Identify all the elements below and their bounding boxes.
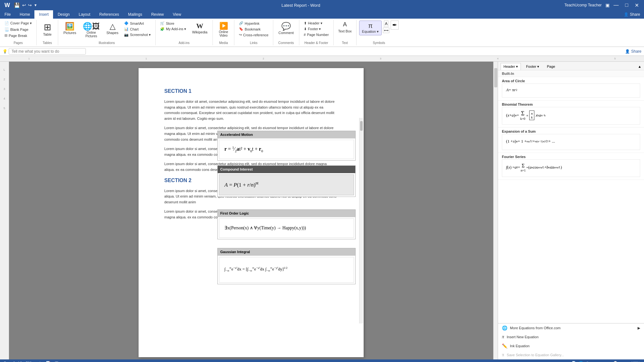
bookmark-icon: 🔖 xyxy=(239,27,243,31)
table-icon: ⊞ xyxy=(44,22,51,32)
page-break-icon: ⊟ xyxy=(5,33,7,38)
tab-layout[interactable]: Layout xyxy=(74,10,95,19)
tab-design[interactable]: Design xyxy=(53,10,74,19)
eq-fourier-series[interactable]: Fourier Series f(x) = a0 + Σ n=1 ∞ (anco… xyxy=(498,153,644,180)
accel-motion-title: Accelerated Motion xyxy=(220,132,253,137)
insert-eq-icon: π xyxy=(502,334,504,340)
tab-mailings[interactable]: Mailings xyxy=(123,10,147,19)
undo-btn[interactable]: ↩ xyxy=(22,3,26,8)
compound-interest-panel: Compound Interest A = P(1 + r/n)nt xyxy=(217,165,356,197)
search-bar: 💡 👤 Share xyxy=(0,47,644,56)
panel-scrollbar[interactable] xyxy=(359,118,363,323)
ink-equation-btn[interactable]: ✒ xyxy=(391,21,399,30)
hyperlink-btn[interactable]: 🔗 Hyperlink xyxy=(237,21,270,26)
hyperlink-icon: 🔗 xyxy=(239,21,243,25)
pages-group-label: Pages xyxy=(14,41,23,45)
cover-page-btn[interactable]: 📄 Cover Page ▾ xyxy=(3,21,34,26)
addins-buttons: 🛒 Store 🧩 My Add-ins ▾ W Wikipedia xyxy=(158,21,210,40)
tab-home[interactable]: Home xyxy=(15,10,34,19)
text-box-btn[interactable]: A Text Box xyxy=(336,21,354,34)
minimize-btn[interactable]: — xyxy=(611,2,621,9)
table-btn[interactable]: ⊞ Table xyxy=(39,21,55,38)
smartart-btn[interactable]: 🔷 SmartArt xyxy=(122,21,153,26)
eq-fourier-formula: f(x) = a0 + Σ n=1 ∞ (ancos nπx⁄L + bnsin… xyxy=(502,159,640,177)
compound-interest-formula: A = P(1 + r/n)nt xyxy=(219,174,354,195)
more-equations-icon: 🌐 xyxy=(502,325,507,331)
panel-scrollbar-up[interactable]: ▲ xyxy=(638,65,641,68)
view-print-icon[interactable]: 📄 xyxy=(572,361,576,362)
page-break-btn[interactable]: ⊟ Page Break xyxy=(3,33,34,38)
tab-view[interactable]: View xyxy=(168,10,186,19)
eq-format-btn2[interactable]: ⟺ xyxy=(383,28,389,33)
footer-tab[interactable]: Footer ▾ xyxy=(523,63,542,70)
read-mode-icon[interactable]: 📖 xyxy=(54,361,59,362)
eq-format-btn1[interactable]: A xyxy=(384,21,388,27)
ink-equation-btn2[interactable]: ✏️ Ink Equation xyxy=(498,341,644,350)
equation-gallery-scroll[interactable]: Area of Circle A = πr2 Binomial Theorem … xyxy=(498,77,644,323)
maximize-btn[interactable]: □ xyxy=(622,2,631,9)
eq-binomial-theorem[interactable]: Binomial Theorem (x + a)n = Σ k=0 n n k … xyxy=(498,101,644,128)
header-tab[interactable]: Header ▾ xyxy=(501,63,521,70)
redo-btn[interactable]: ↪ xyxy=(28,3,32,8)
eq-binomial-formula: (x + a)n = Σ k=0 n n k xkan−k xyxy=(502,107,640,125)
comment-btn[interactable]: 💬 Comment xyxy=(276,21,296,36)
cover-page-icon: 📄 xyxy=(5,21,9,25)
tell-me-input[interactable] xyxy=(9,48,86,55)
cross-reference-btn[interactable]: ↪ Cross-reference xyxy=(237,32,270,38)
share-btn[interactable]: 👤 Share xyxy=(620,10,644,19)
screenshot-btn[interactable]: 📷 Screenshot ▾ xyxy=(122,32,153,38)
ribbon-tabs: File Home Insert Design Layout Reference… xyxy=(0,10,644,19)
store-btn[interactable]: 🛒 Store xyxy=(158,21,188,26)
online-video-btn[interactable]: ▶️ OnlineVideo xyxy=(215,21,231,39)
shapes-btn[interactable]: △ Shapes xyxy=(104,21,121,36)
pictures-btn[interactable]: 🖼️ Pictures xyxy=(61,21,79,36)
blank-page-label: Blank Page xyxy=(10,28,28,31)
equation-group-label: Symbols xyxy=(373,41,385,45)
tab-insert[interactable]: Insert xyxy=(34,10,53,19)
tab-references[interactable]: References xyxy=(95,10,123,19)
my-addins-btn[interactable]: 🧩 My Add-ins ▾ xyxy=(158,26,188,32)
close-btn[interactable]: ✕ xyxy=(632,2,641,9)
pages-buttons: 📄 Cover Page ▾ 📃 Blank Page ⊟ Page Break xyxy=(3,21,34,40)
more-equations-btn[interactable]: 🌐 More Equations from Office.com ▶ xyxy=(498,323,644,332)
equation-btn[interactable]: π Equation ▾ xyxy=(359,21,382,35)
tables-group-label: Tables xyxy=(43,41,52,45)
media-group-label: Media xyxy=(219,41,228,45)
online-pictures-btn[interactable]: 🌐🖼 OnlinePictures xyxy=(80,21,103,39)
share-btn2[interactable]: 👤 Share xyxy=(625,49,641,54)
blank-page-btn[interactable]: 📃 Blank Page xyxy=(3,27,34,32)
chart-btn[interactable]: 📊 Chart xyxy=(122,26,153,32)
quick-access-more[interactable]: ▼ xyxy=(34,3,37,7)
page-number-btn[interactable]: # Page Number xyxy=(302,32,331,37)
page-number-tab[interactable]: Page xyxy=(544,63,558,70)
blank-page-icon: 📃 xyxy=(5,27,9,31)
doc-vscrollbar-thumb[interactable] xyxy=(494,68,497,87)
footer-btn[interactable]: ⬇ Footer ▾ xyxy=(302,26,331,32)
first-order-logic-formula: ∃x(Person(x) ∧ ∀y(Time(y) → Happy(x,y))) xyxy=(219,218,354,238)
layout-icon[interactable]: ▣ xyxy=(605,3,610,8)
status-right: 📄 🌐 👁 — + 100% xyxy=(572,361,640,362)
eq-area-of-circle[interactable]: Area of Circle A = πr2 xyxy=(498,77,644,101)
eq-fourier-label: Fourier Series xyxy=(498,153,644,159)
gaussian-integral-header: Gaussian Integral xyxy=(218,248,355,256)
header-btn[interactable]: ⬆ Header ▾ xyxy=(302,21,331,26)
save-gallery-icon: π xyxy=(502,352,504,358)
tab-review[interactable]: Review xyxy=(147,10,168,19)
proofing-icon[interactable]: 📝 xyxy=(46,361,50,362)
ribbon-group-illustrations: 🖼️ Pictures 🌐🖼 OnlinePictures △ Shapes 🔷… xyxy=(58,20,156,45)
tab-file[interactable]: File xyxy=(0,10,15,19)
ribbon-group-tables: ⊞ Table Tables xyxy=(37,20,58,45)
panel-scrollbar-thumb[interactable] xyxy=(360,121,363,131)
ribbon-group-addins: 🛒 Store 🧩 My Add-ins ▾ W Wikipedia Add-i… xyxy=(156,20,213,45)
insert-new-equation-btn[interactable]: π Insert New Equation xyxy=(498,332,644,341)
online-pictures-icon: 🌐🖼 xyxy=(83,22,100,31)
wikipedia-btn[interactable]: W Wikipedia xyxy=(189,21,210,35)
save-btn[interactable]: 💾 xyxy=(14,2,20,8)
compound-interest-title: Compound Interest xyxy=(220,167,253,171)
header-label: Header ▾ xyxy=(308,21,322,25)
save-to-gallery-btn: π Save Selection to Equation Gallery... xyxy=(498,350,644,359)
bookmark-btn[interactable]: 🔖 Bookmark xyxy=(237,26,270,32)
view-web-icon[interactable]: 🌐 xyxy=(579,361,583,362)
doc-vscrollbar[interactable] xyxy=(493,62,498,359)
eq-expansion-sum[interactable]: Expansion of a Sum (1 + x)n = 1 + nx⁄1! … xyxy=(498,128,644,153)
